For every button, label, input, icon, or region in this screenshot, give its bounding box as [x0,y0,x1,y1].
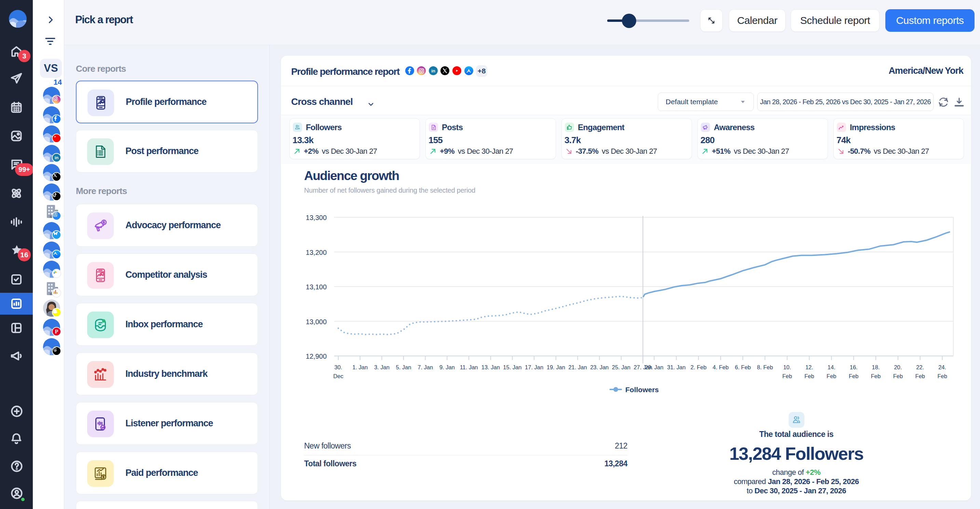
svg-text:11. Jan: 11. Jan [460,364,478,370]
svg-text:2. Feb: 2. Feb [690,364,706,370]
svg-text:17. Jan: 17. Jan [525,364,543,370]
svg-text:5. Jan: 5. Jan [396,364,411,370]
svg-text:4. Feb: 4. Feb [713,364,729,370]
svg-text:20.: 20. [894,364,902,370]
svg-text:Feb: Feb [871,373,881,379]
svg-text:13. Jan: 13. Jan [482,364,500,370]
svg-text:18.: 18. [872,364,880,370]
svg-text:15. Jan: 15. Jan [503,364,522,370]
svg-text:13,000: 13,000 [306,318,327,326]
svg-text:8. Feb: 8. Feb [757,364,773,370]
svg-text:Feb: Feb [782,373,792,379]
svg-text:6. Feb: 6. Feb [735,364,751,370]
svg-text:22.: 22. [916,364,924,370]
svg-text:Feb: Feb [937,373,947,379]
svg-text:31. Jan: 31. Jan [667,364,686,370]
svg-text:12.: 12. [805,364,813,370]
svg-text:10.: 10. [783,364,791,370]
svg-text:Feb: Feb [804,373,814,379]
svg-text:3. Jan: 3. Jan [374,364,390,370]
svg-text:1. Jan: 1. Jan [352,364,368,370]
svg-text:7. Jan: 7. Jan [418,364,433,370]
svg-text:13,100: 13,100 [306,283,327,291]
svg-text:Feb: Feb [849,373,858,379]
svg-text:25. Jan: 25. Jan [612,364,630,370]
svg-text:23. Jan: 23. Jan [590,364,609,370]
svg-text:30.: 30. [334,364,342,370]
svg-text:Feb: Feb [893,373,903,379]
svg-text:16.: 16. [850,364,858,370]
svg-text:Dec: Dec [333,373,343,379]
svg-text:12,900: 12,900 [306,353,327,360]
svg-text:13,200: 13,200 [306,249,327,256]
svg-text:Feb: Feb [915,373,925,379]
svg-text:29. Jan: 29. Jan [645,364,663,370]
svg-text:14.: 14. [827,364,835,370]
svg-text:13,300: 13,300 [306,214,327,221]
svg-text:9. Jan: 9. Jan [439,364,455,370]
svg-text:Feb: Feb [827,373,836,379]
svg-text:24.: 24. [938,364,946,370]
svg-text:21. Jan: 21. Jan [568,364,587,370]
svg-text:19. Jan: 19. Jan [547,364,565,370]
svg-text:Followers: Followers [625,386,659,393]
